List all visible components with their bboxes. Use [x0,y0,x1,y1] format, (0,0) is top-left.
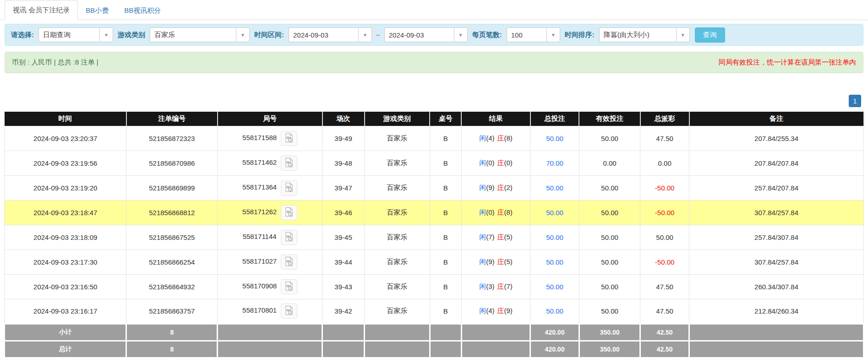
result-banker-label: 庄 [497,307,504,314]
tab-bb-tips[interactable]: BB小费 [78,1,116,20]
valid-bet-cell: 50.00 [579,274,640,299]
result-banker-score: (8) [504,208,513,216]
video-replay-button[interactable] [281,156,297,171]
round-id-cell: 558171027 [218,249,322,274]
total-bet-link[interactable]: 50.00 [530,175,579,200]
session-cell: 39-45 [322,225,365,249]
chevron-down-icon[interactable]: ▼ [358,27,372,42]
video-file-icon [284,305,294,317]
round-id-text: 558171364 [242,183,277,191]
remark-cell: 257.84/307.84 [689,225,864,249]
date-from-input[interactable] [289,27,358,42]
video-replay-button[interactable] [281,180,297,195]
result-banker-score: (7) [504,282,513,290]
session-cell: 39-48 [322,151,365,175]
range-tilde: ~ [375,31,381,39]
video-file-icon [284,232,294,243]
page-1-button[interactable]: 1 [849,95,861,107]
table-row: 2024-09-03 23:20:37 521856872323 5581715… [5,126,864,151]
table-no-cell: B [430,249,461,274]
chevron-down-icon[interactable]: ▼ [236,27,250,42]
query-type-input[interactable] [38,27,99,42]
table-footer: 小计 8 420.00 350.00 42.50 总计 8 420.00 350… [5,324,864,358]
subtotal-valid-bet: 350.00 [579,324,640,341]
grand-total-payout: 42.50 [640,341,689,358]
payout-cell: 47.50 [640,299,689,324]
game-type-combobox[interactable]: ▼ [150,27,250,42]
result-banker-label: 庄 [497,184,504,191]
total-bet-link[interactable]: 50.00 [530,200,579,225]
chevron-down-icon[interactable]: ▼ [99,27,113,42]
video-file-icon [284,133,294,144]
total-bet-link[interactable]: 50.00 [530,249,579,274]
same-round-notice-text: 同局有效投注，统一计算在该局第一张注单内 [719,58,856,67]
total-bet-link[interactable]: 50.00 [530,274,579,299]
round-id-text: 558170908 [242,282,277,290]
result-cell: 闲(0)庄(8) [461,200,530,225]
round-id-cell: 558171462 [218,151,322,175]
round-id-cell: 558171364 [218,175,322,200]
per-page-combobox[interactable]: ▼ [507,27,560,42]
total-bet-link[interactable]: 50.00 [530,225,579,249]
time-sort-input[interactable] [599,27,676,42]
result-player-label: 闲 [479,258,486,265]
result-banker-label: 庄 [497,282,504,290]
time-cell: 2024-09-03 23:17:30 [5,249,126,274]
total-bet-link[interactable]: 50.00 [530,126,579,151]
result-banker-score: (2) [504,184,513,191]
subtotal-payout: 42.50 [640,324,689,341]
video-replay-button[interactable] [281,279,297,294]
col-payout: 总派彩 [640,112,689,126]
time-cell: 2024-09-03 23:18:09 [5,225,126,249]
tab-bb-video-points[interactable]: BB视讯积分 [116,1,169,20]
result-player-label: 闲 [479,208,486,216]
result-banker-score: (5) [504,258,513,265]
time-cell: 2024-09-03 23:18:47 [5,200,126,225]
total-bet-link[interactable]: 70.00 [530,151,579,175]
chevron-down-icon[interactable]: ▼ [546,27,560,42]
video-replay-button[interactable] [281,230,297,245]
video-replay-button[interactable] [281,131,297,146]
grand-total-total-bet: 420.00 [530,341,579,358]
video-replay-button[interactable] [281,205,297,220]
game-type-cell: 百家乐 [365,151,430,175]
game-type-input[interactable] [150,27,236,42]
game-type-cell: 百家乐 [365,274,430,299]
time-cell: 2024-09-03 23:20:37 [5,126,126,151]
table-body: 2024-09-03 23:20:37 521856872323 5581715… [5,126,864,324]
chevron-down-icon[interactable]: ▼ [454,27,468,42]
payout-cell: 47.50 [640,126,689,151]
date-to-picker[interactable]: ▼ [384,27,468,42]
query-type-combobox[interactable]: ▼ [38,27,113,42]
chevron-down-icon[interactable]: ▼ [676,27,690,42]
bet-id-cell: 521856863757 [126,299,218,324]
per-page-input[interactable] [507,27,546,42]
filter-bar: 请选择: ▼ 游戏类别 ▼ 时间区间: ▼ ~ ▼ 每页笔数: ▼ 时间排序: … [5,24,863,46]
tab-video-bet-records[interactable]: 视讯 会员下注纪录 [5,0,78,20]
result-player-label: 闲 [479,233,486,241]
video-file-icon [284,207,294,218]
date-from-picker[interactable]: ▼ [289,27,372,42]
bet-id-cell: 521856868812 [126,200,218,225]
search-button[interactable]: 查询 [695,27,725,43]
date-to-input[interactable] [384,27,454,42]
video-replay-button[interactable] [281,303,297,319]
remark-cell: 207.84/207.84 [689,151,864,175]
time-cell: 2024-09-03 23:19:20 [5,175,126,200]
valid-bet-cell: 0.00 [579,151,640,175]
col-bet-id: 注单编号 [126,112,218,126]
video-replay-button[interactable] [281,255,297,270]
total-bet-link[interactable]: 50.00 [530,299,579,324]
payout-cell: -50.00 [640,200,689,225]
result-banker-score: (5) [504,233,513,241]
payout-cell: 47.50 [640,274,689,299]
game-type-cell: 百家乐 [365,175,430,200]
table-no-cell: B [430,200,461,225]
round-id-cell: 558170801 [218,299,322,324]
result-banker-score: (0) [504,159,513,167]
result-cell: 闲(0)庄(0) [461,151,530,175]
time-sort-combobox[interactable]: ▼ [599,27,690,42]
col-round-id: 局号 [218,112,322,126]
session-cell: 39-49 [322,126,365,151]
round-id-cell: 558171144 [218,225,322,249]
